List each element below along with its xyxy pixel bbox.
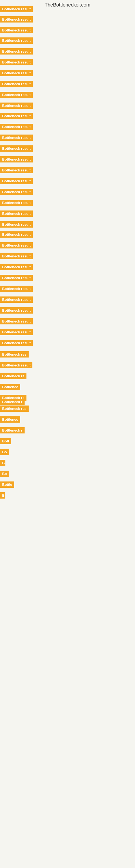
bottleneck-label: Bottleneck result xyxy=(0,362,32,368)
bottleneck-result-item: Bottleneck result xyxy=(0,231,33,239)
bottleneck-result-item: Bottleneck result xyxy=(0,81,33,88)
bottleneck-result-item: Bottleneck result xyxy=(0,59,33,66)
bottleneck-label: Bottleneck result xyxy=(0,211,33,217)
bottleneck-label: Bott xyxy=(0,438,11,444)
bottleneck-label: Bo xyxy=(0,449,9,455)
bottleneck-label: Bottleneck result xyxy=(0,242,33,248)
bottleneck-result-item: Bottleneck r xyxy=(0,399,25,406)
bottleneck-result-item: B xyxy=(0,492,5,500)
bottleneck-label: Bottleneck result xyxy=(0,307,33,314)
bottleneck-label: Bottleneck result xyxy=(0,102,33,109)
bottleneck-result-item: Bottleneck result xyxy=(0,362,32,369)
bottleneck-label: Bottleneck result xyxy=(0,145,33,152)
bottleneck-result-item: Bottleneck result xyxy=(0,242,33,250)
bottleneck-result-item: Bottleneck result xyxy=(0,253,33,260)
bottleneck-label: Bottleneck result xyxy=(0,178,33,184)
bottleneck-result-item: Bottle xyxy=(0,482,14,489)
bottleneck-label: Bottleneck result xyxy=(0,329,33,335)
bottleneck-result-item: Bottleneck result xyxy=(0,318,33,326)
bottleneck-label: Bottleneck result xyxy=(0,16,33,23)
bottleneck-label: Bottleneck result xyxy=(0,48,33,55)
bottleneck-label: Bottleneck result xyxy=(0,92,33,98)
bottleneck-result-item: Bottleneck result xyxy=(0,16,33,24)
bottleneck-label: Bottleneck result xyxy=(0,221,33,227)
bottleneck-result-item: Bottleneck result xyxy=(0,6,33,13)
bottleneck-label: Bottleneck result xyxy=(0,231,33,238)
bottleneck-result-item: Bottleneck result xyxy=(0,178,33,185)
bottleneck-result-item: Bo xyxy=(0,471,9,478)
bottleneck-label: Bottleneck result xyxy=(0,70,33,76)
bottleneck-label: Bottlenec xyxy=(0,416,20,423)
bottleneck-result-item: Bottleneck result xyxy=(0,340,33,347)
bottleneck-result-item: Bottleneck result xyxy=(0,297,33,304)
bottleneck-label: Bottleneck res xyxy=(0,351,29,358)
bottleneck-label: Bottleneck res xyxy=(0,405,29,412)
bottleneck-result-item: Bottlenec xyxy=(0,384,20,391)
bottleneck-label: Bottleneck result xyxy=(0,297,33,303)
bottleneck-label: Bottlenec xyxy=(0,384,20,390)
bottleneck-result-item: B xyxy=(0,460,5,467)
bottleneck-result-item: Bottleneck result xyxy=(0,70,33,77)
bottleneck-label: Bottleneck result xyxy=(0,134,33,141)
bottleneck-label: Bottleneck result xyxy=(0,59,33,65)
bottleneck-result-item: Bottleneck res xyxy=(0,405,29,413)
bottleneck-label: B xyxy=(0,492,5,499)
bottleneck-result-item: Bottleneck result xyxy=(0,27,33,34)
bottleneck-result-item: Bottleneck result xyxy=(0,286,33,293)
bottleneck-label: Bottleneck r xyxy=(0,427,25,433)
bottleneck-result-item: Bottleneck result xyxy=(0,275,33,282)
bottleneck-result-item: Bottleneck result xyxy=(0,329,33,336)
bottleneck-result-item: Bottleneck result xyxy=(0,145,33,153)
bottleneck-result-item: Bottleneck result xyxy=(0,37,33,45)
bottleneck-label: Bottleneck result xyxy=(0,124,33,130)
bottleneck-result-item: Bottleneck result xyxy=(0,199,33,207)
bottleneck-label: Bottleneck result xyxy=(0,189,33,195)
bottleneck-label: Bottleneck result xyxy=(0,286,33,292)
bottleneck-result-item: Bottleneck result xyxy=(0,189,33,196)
bottleneck-result-item: Bottleneck r xyxy=(0,427,25,435)
bottleneck-label: Bottleneck r xyxy=(0,399,25,405)
bottleneck-label: Bottleneck result xyxy=(0,167,33,173)
bottleneck-label: Bottleneck result xyxy=(0,156,33,162)
bottleneck-label: Bottleneck result xyxy=(0,81,33,87)
bottleneck-label: Bottleneck result xyxy=(0,340,33,346)
bottleneck-result-item: Bottleneck result xyxy=(0,113,33,120)
bottleneck-result-item: Bottleneck result xyxy=(0,307,33,315)
bottleneck-label: Bottleneck result xyxy=(0,318,33,324)
bottleneck-label: Bottleneck result xyxy=(0,113,33,119)
bottleneck-result-item: Bottleneck result xyxy=(0,124,33,131)
bottleneck-result-item: Bottleneck result xyxy=(0,48,33,56)
bottleneck-label: Bottleneck result xyxy=(0,275,33,281)
bottleneck-result-item: Bottlenec xyxy=(0,416,20,424)
bottleneck-result-item: Bottleneck result xyxy=(0,134,33,142)
bottleneck-label: Bottleneck result xyxy=(0,264,33,270)
bottleneck-result-item: Bottleneck result xyxy=(0,221,33,229)
bottleneck-label: Bottle xyxy=(0,482,14,488)
bottleneck-result-item: Bottleneck result xyxy=(0,211,33,218)
bottleneck-label: Bottleneck result xyxy=(0,37,33,44)
bottleneck-result-item: Bottleneck result xyxy=(0,156,33,163)
bottleneck-label: Bottleneck result xyxy=(0,199,33,206)
bottleneck-result-item: Bo xyxy=(0,449,9,456)
bottleneck-result-item: Bott xyxy=(0,438,11,445)
bottleneck-result-item: Bottleneck result xyxy=(0,92,33,99)
bottleneck-label: Bottleneck result xyxy=(0,253,33,259)
bottleneck-label: B xyxy=(0,460,5,466)
bottleneck-result-item: Bottleneck result xyxy=(0,167,33,175)
bottleneck-label: Bo xyxy=(0,471,9,477)
bottleneck-label: Bottleneck result xyxy=(0,6,33,12)
bottleneck-result-item: Bottleneck result xyxy=(0,264,33,271)
bottleneck-result-item: Bottleneck result xyxy=(0,102,33,110)
bottleneck-label: Bottleneck re xyxy=(0,373,27,379)
bottleneck-result-item: Bottleneck re xyxy=(0,373,27,380)
bottleneck-label: Bottleneck result xyxy=(0,27,33,33)
bottleneck-result-item: Bottleneck res xyxy=(0,351,29,359)
